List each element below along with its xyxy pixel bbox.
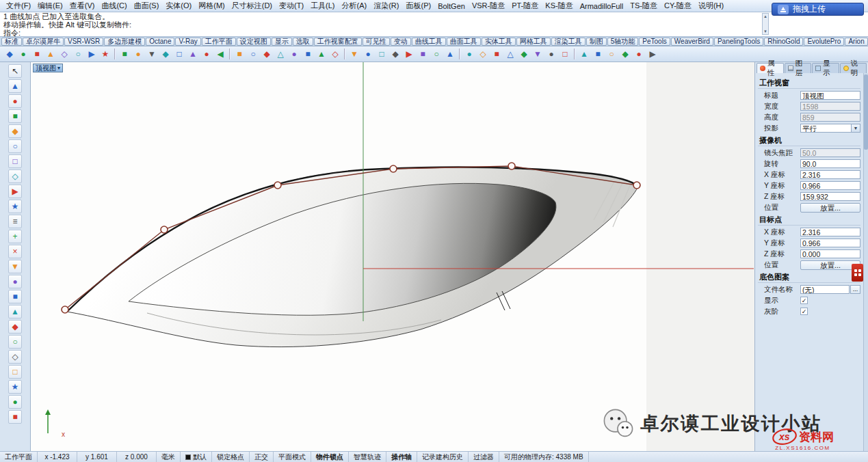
toolbar-icon-13[interactable]: ◆ — [159, 48, 172, 61]
status-item-7[interactable]: 锁定格点 — [212, 452, 250, 462]
menu-item-20[interactable]: CY-随意 — [661, 1, 695, 11]
panel-tab-1[interactable]: 属性 — [757, 63, 784, 73]
control-point-6[interactable] — [633, 182, 640, 189]
command-area[interactable]: 1 曲线加点 已加入至选取集合。 移动操作轴。快捷 Alt 键可以复制物件: 指… — [0, 12, 868, 37]
sidebar-tool-icon-6[interactable]: ○ — [8, 139, 22, 153]
toolbar-icon-47[interactable]: ■ — [591, 48, 605, 61]
toolbar-tab-20[interactable]: 5轴功能 — [607, 38, 639, 46]
panel-input[interactable]: 2.316 — [800, 228, 860, 236]
sidebar-tool-icon-22[interactable]: ★ — [8, 380, 22, 394]
sidebar-tool-icon-11[interactable]: ≡ — [8, 215, 22, 228]
toolbar-icon-40[interactable]: △ — [503, 48, 517, 61]
toolbar-icon-46[interactable]: ▲ — [577, 48, 591, 61]
sidebar-tool-icon-5[interactable]: ◆ — [8, 124, 22, 138]
control-point-1[interactable] — [62, 306, 68, 313]
control-point-5[interactable] — [508, 163, 515, 169]
sidebar-tool-icon-18[interactable]: ◆ — [8, 320, 22, 334]
panel-tab-2[interactable]: 图层 — [785, 63, 812, 73]
toolbar-icon-20[interactable]: ○ — [246, 48, 260, 61]
toolbar-icon-50[interactable]: ● — [632, 48, 646, 61]
toolbar-icon-26[interactable]: ◇ — [328, 48, 342, 61]
menu-item-8[interactable]: 尺寸标注(D) — [228, 1, 276, 11]
sidebar-tool-icon-16[interactable]: ■ — [8, 290, 22, 303]
menu-item-14[interactable]: BoltGen — [434, 2, 469, 10]
sidebar-tool-icon-1[interactable]: ↖ — [8, 64, 22, 78]
toolbar-icon-23[interactable]: ● — [287, 48, 301, 61]
toolbar-tab-1[interactable]: 标准 — [1, 38, 22, 46]
toolbar-icon-7[interactable]: ▶ — [85, 48, 98, 61]
sidebar-tool-icon-3[interactable]: ● — [8, 94, 22, 108]
toolbar-icon-30[interactable]: □ — [375, 48, 389, 61]
sidebar-tool-icon-20[interactable]: ◇ — [8, 350, 22, 364]
status-item-8[interactable]: 正交 — [250, 452, 274, 462]
menu-item-18[interactable]: ArmadilloFull — [577, 2, 627, 10]
toolbar-tab-14[interactable]: 曲线工具 — [412, 38, 446, 46]
toolbar-icon-44[interactable]: □ — [558, 48, 572, 61]
panel-tab-4[interactable]: 说明 — [840, 63, 867, 73]
toolbar-icon-21[interactable]: ◆ — [260, 48, 274, 61]
toolbar-icon-41[interactable]: ◆ — [517, 48, 531, 61]
toolbar-tab-13[interactable]: 变动 — [391, 38, 411, 46]
toolbar-tab-26[interactable]: Arion — [845, 38, 867, 46]
toolbar-icon-19[interactable]: ■ — [233, 48, 246, 61]
toolbar-tab-18[interactable]: 渲染工具 — [551, 38, 586, 46]
toolbar-tab-9[interactable]: 显示 — [272, 38, 292, 46]
toolbar-icon-17[interactable]: ◀ — [213, 48, 227, 61]
toolbar-tab-8[interactable]: 设定视图 — [237, 38, 271, 46]
menu-item-4[interactable]: 曲线(C) — [98, 1, 130, 11]
menu-item-1[interactable]: 文件(F) — [3, 1, 34, 11]
toolbar-icon-42[interactable]: ▼ — [531, 48, 544, 61]
toolbar-icon-25[interactable]: ▲ — [315, 48, 328, 61]
toolbar-icon-38[interactable]: ◇ — [476, 48, 490, 61]
control-point-3[interactable] — [274, 182, 281, 189]
menu-item-9[interactable]: 变动(T) — [276, 1, 307, 11]
toolbar-icon-29[interactable]: ● — [361, 48, 375, 61]
toolbar-tab-12[interactable]: 可见性 — [363, 38, 390, 46]
panel-browse-button[interactable]: ... — [850, 285, 860, 294]
status-item-6[interactable]: 默认 — [181, 452, 212, 462]
toolbar-icon-14[interactable]: □ — [172, 48, 186, 61]
control-point-4[interactable] — [390, 165, 397, 172]
toolbar-tab-19[interactable]: 制图 — [586, 38, 607, 46]
toolbar-tab-25[interactable]: EvolutePro — [804, 38, 844, 46]
menu-item-3[interactable]: 查看(V) — [66, 1, 98, 11]
sidebar-tool-icon-4[interactable]: ■ — [8, 109, 22, 123]
toolbar-icon-3[interactable]: ■ — [30, 48, 44, 61]
toolbar-tab-11[interactable]: 工作视窗配置 — [314, 38, 362, 46]
toolbar-tab-23[interactable]: PanelingTools — [714, 38, 763, 46]
panel-checkbox[interactable]: ✓ — [800, 297, 808, 304]
scroll-up-icon[interactable] — [763, 14, 767, 19]
panel-file-value[interactable]: (无) — [800, 285, 850, 294]
panel-tab-3[interactable]: 显示 — [812, 63, 839, 73]
toolbar-icon-51[interactable]: ▶ — [646, 48, 659, 61]
viewport-title-tab[interactable]: 顶视图 — [33, 64, 63, 72]
toolbar-icon-11[interactable]: ● — [131, 48, 145, 61]
sidebar-tool-icon-15[interactable]: ● — [8, 275, 22, 288]
toolbar-icon-31[interactable]: ◆ — [389, 48, 402, 61]
sidebar-tool-icon-9[interactable]: ▶ — [8, 185, 22, 198]
menu-item-2[interactable]: 编辑(E) — [34, 1, 66, 11]
sidebar-tool-icon-23[interactable]: ● — [8, 395, 22, 409]
panel-select[interactable]: 平行 — [800, 124, 860, 133]
toolbar-tab-10[interactable]: 选取 — [293, 38, 313, 46]
viewport-canvas[interactable]: x — [31, 62, 754, 451]
status-item-10[interactable]: 物件锁点 — [311, 452, 349, 462]
panel-input[interactable]: 90.0 — [800, 159, 860, 168]
menu-item-16[interactable]: PT-随意 — [508, 1, 542, 11]
sidebar-tool-icon-10[interactable]: ★ — [8, 200, 22, 213]
menu-item-21[interactable]: 说明(H) — [695, 1, 727, 11]
sidebar-tool-icon-7[interactable]: □ — [8, 154, 22, 168]
toolbar-tab-7[interactable]: 工作平面 — [202, 38, 236, 46]
toolbar-icon-1[interactable]: ◆ — [3, 48, 16, 61]
toolbar-icon-4[interactable]: ▲ — [44, 48, 57, 61]
status-item-1[interactable]: 工作平面 — [0, 452, 38, 462]
toolbar-icon-32[interactable]: ▶ — [402, 48, 416, 61]
toolbar-icon-24[interactable]: ■ — [301, 48, 315, 61]
control-point-2[interactable] — [161, 226, 168, 233]
panel-input[interactable]: 顶视图 — [800, 91, 860, 100]
toolbar-icon-28[interactable]: ▼ — [347, 48, 361, 61]
panel-checkbox[interactable]: ✓ — [800, 308, 808, 315]
drag-upload-button[interactable]: 拖拽上传 — [772, 3, 864, 16]
status-item-12[interactable]: 操作轴 — [386, 452, 417, 462]
sidebar-tool-icon-17[interactable]: ▲ — [8, 305, 22, 318]
